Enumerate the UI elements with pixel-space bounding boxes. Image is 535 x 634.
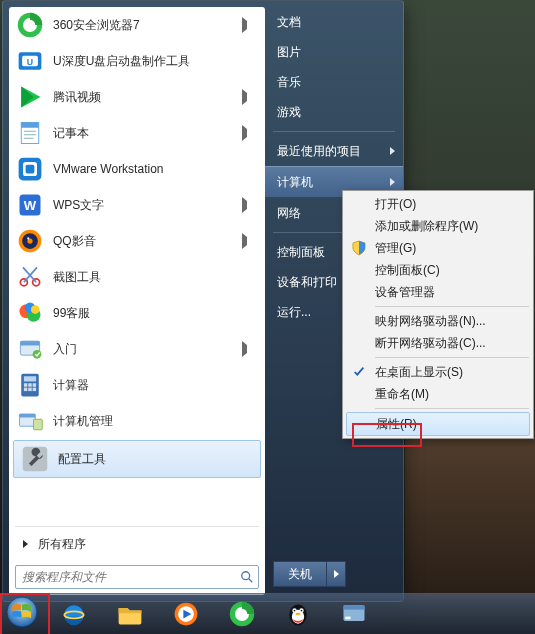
separator	[15, 526, 259, 527]
program-item[interactable]: 记事本	[9, 115, 265, 151]
start-right-label: 音乐	[277, 74, 301, 91]
program-label: 腾讯视频	[53, 89, 242, 106]
program-label: 记事本	[53, 125, 242, 142]
program-item[interactable]: 计算器	[9, 367, 265, 403]
svg-text:W: W	[24, 198, 37, 213]
program-label: 截图工具	[53, 269, 259, 286]
svg-rect-32	[24, 383, 28, 387]
svg-rect-6	[21, 123, 39, 128]
context-menu-item[interactable]: 设备管理器	[345, 281, 531, 303]
start-right-label: 最近使用的项目	[277, 143, 361, 160]
context-menu-item[interactable]: 管理(G)	[345, 237, 531, 259]
context-menu-item[interactable]: 控制面板(C)	[345, 259, 531, 281]
browser360-icon	[15, 10, 45, 40]
program-item[interactable]: UU深度U盘启动盘制作工具	[9, 43, 265, 79]
context-menu-label: 属性(R)	[376, 416, 417, 433]
context-menu-label: 控制面板(C)	[375, 262, 440, 279]
context-menu-item[interactable]: 属性(R)	[346, 412, 530, 436]
submenu-arrow-icon	[242, 125, 255, 141]
search-box[interactable]	[15, 565, 259, 589]
desktop-building	[405, 430, 535, 600]
program-label: WPS文字	[53, 197, 242, 214]
svg-rect-34	[33, 383, 37, 387]
gettingstarted-icon	[15, 334, 45, 364]
wmp-icon	[172, 600, 200, 628]
start-right-item[interactable]: 文档	[265, 7, 403, 37]
taskbar-button-task[interactable]	[328, 597, 380, 631]
taskbar-button-browser360[interactable]	[216, 597, 268, 631]
program-item[interactable]: 配置工具	[13, 440, 261, 478]
program-item[interactable]: WWPS文字	[9, 187, 265, 223]
start-right-label: 计算机	[277, 174, 313, 191]
taskbar-button-explorer[interactable]	[104, 597, 156, 631]
context-menu-item[interactable]: 在桌面上显示(S)	[345, 361, 531, 383]
start-right-label: 控制面板	[277, 244, 325, 261]
context-menu-item[interactable]: 打开(O)	[345, 193, 531, 215]
taskbar-button-qq[interactable]	[272, 597, 324, 631]
separator	[375, 408, 529, 409]
submenu-arrow-icon	[242, 341, 255, 357]
context-menu-item[interactable]: 重命名(M)	[345, 383, 531, 405]
shutdown-row: 关机	[265, 561, 403, 595]
task-icon	[340, 600, 368, 628]
program-item[interactable]: 99客服	[9, 295, 265, 331]
program-item[interactable]: 360安全浏览器7	[9, 7, 265, 43]
svg-point-57	[295, 613, 300, 616]
svg-line-43	[249, 579, 253, 583]
vmware-icon	[15, 154, 45, 184]
start-right-label: 游戏	[277, 104, 301, 121]
taskbar-button-ie[interactable]	[48, 597, 100, 631]
ie-icon	[60, 600, 88, 628]
chat99-icon	[15, 298, 45, 328]
all-programs[interactable]: 所有程序	[9, 529, 265, 559]
svg-rect-39	[20, 414, 36, 418]
program-label: 配置工具	[58, 451, 254, 468]
start-right-label: 运行...	[277, 304, 311, 321]
context-menu-item[interactable]: 映射网络驱动器(N)...	[345, 310, 531, 332]
context-menu-item[interactable]: 添加或删除程序(W)	[345, 215, 531, 237]
browser360-icon	[228, 600, 256, 628]
all-programs-label: 所有程序	[38, 536, 86, 553]
start-right-item[interactable]: 图片	[265, 37, 403, 67]
context-menu-label: 在桌面上显示(S)	[375, 364, 463, 381]
svg-point-42	[242, 572, 250, 580]
start-right-item[interactable]: 音乐	[265, 67, 403, 97]
notepad-icon	[15, 118, 45, 148]
submenu-arrow-icon	[242, 197, 255, 213]
program-item[interactable]: VMware Workstation	[9, 151, 265, 187]
program-item[interactable]: 入门	[9, 331, 265, 367]
start-right-label: 文档	[277, 14, 301, 31]
qqplayer-icon	[15, 226, 45, 256]
taskbar	[0, 593, 535, 634]
program-label: QQ影音	[53, 233, 242, 250]
program-item[interactable]: QQ影音	[9, 223, 265, 259]
program-item[interactable]: 腾讯视频	[9, 79, 265, 115]
start-right-label: 设备和打印	[277, 274, 337, 291]
wrench-icon	[20, 444, 50, 474]
svg-point-29	[33, 350, 42, 359]
svg-rect-60	[345, 617, 350, 620]
taskbar-button-wmp[interactable]	[160, 597, 212, 631]
separator	[273, 131, 395, 132]
context-menu-item[interactable]: 断开网络驱动器(C)...	[345, 332, 531, 354]
calc-icon	[15, 370, 45, 400]
program-item[interactable]: 截图工具	[9, 259, 265, 295]
submenu-arrow-icon	[242, 89, 255, 105]
start-button[interactable]	[4, 594, 44, 634]
context-menu-label: 重命名(M)	[375, 386, 429, 403]
qq-icon	[284, 600, 312, 628]
wps-icon: W	[15, 190, 45, 220]
start-right-item[interactable]: 最近使用的项目	[265, 136, 403, 166]
shutdown-label: 关机	[288, 566, 312, 583]
shutdown-button[interactable]: 关机	[273, 561, 327, 587]
context-menu-label: 管理(G)	[375, 240, 416, 257]
svg-point-56	[301, 610, 303, 612]
shutdown-options-button[interactable]	[327, 561, 346, 587]
program-label: 360安全浏览器7	[53, 17, 242, 34]
search-input[interactable]	[20, 569, 240, 585]
start-right-item[interactable]: 游戏	[265, 97, 403, 127]
snipping-icon	[15, 262, 45, 292]
context-menu: 打开(O)添加或删除程序(W)管理(G)控制面板(C)设备管理器映射网络驱动器(…	[342, 190, 534, 439]
program-list: 360安全浏览器7UU深度U盘启动盘制作工具腾讯视频记事本VMware Work…	[9, 7, 265, 524]
program-item[interactable]: 计算机管理	[9, 403, 265, 439]
